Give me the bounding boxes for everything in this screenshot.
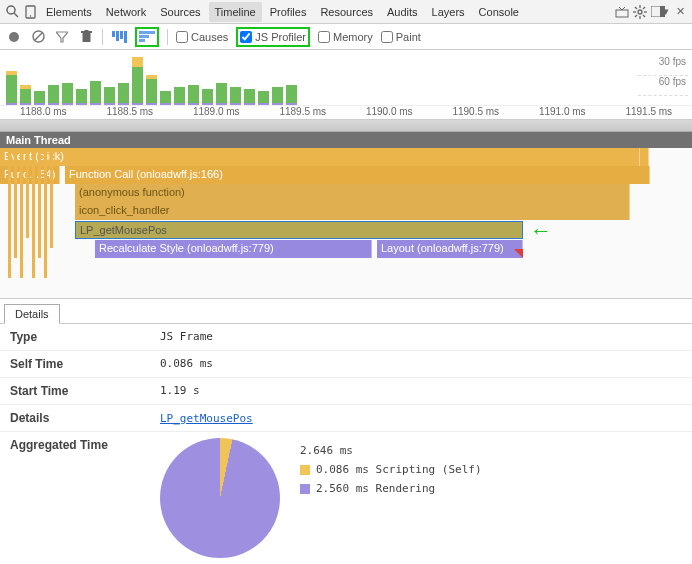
fps-30-label: 30 fps <box>638 56 688 76</box>
details-grid: Type JS Frame Self Time 0.086 ms Start T… <box>0 324 692 564</box>
close-icon[interactable]: ✕ <box>672 4 688 20</box>
svg-line-15 <box>635 15 637 17</box>
filter-icon[interactable] <box>54 29 70 45</box>
svg-rect-27 <box>139 39 145 42</box>
record-icon[interactable] <box>6 29 22 45</box>
type-value: JS Frame <box>150 324 692 351</box>
details-link[interactable]: LP_getMousePos <box>160 412 253 425</box>
memory-checkbox[interactable]: Memory <box>318 31 373 43</box>
clear-icon[interactable] <box>30 29 46 45</box>
tab-console[interactable]: Console <box>473 2 525 22</box>
dock-chevron-icon[interactable]: ▾ <box>662 4 670 20</box>
svg-point-0 <box>7 6 15 14</box>
details-label: Details <box>0 405 150 432</box>
flame-rows: Event (click) Func…54) Function Call (on… <box>0 148 692 298</box>
flame-event-click[interactable]: Event (click) <box>0 148 640 166</box>
js-profiler-highlight: JS Profiler <box>236 27 310 47</box>
aggregated-pie-chart <box>160 438 280 558</box>
view-flame-highlight <box>135 27 159 47</box>
aggregated-legend: 2.646 ms 0.086 ms Scripting (Self) 2.560… <box>300 438 482 501</box>
svg-rect-4 <box>616 10 628 17</box>
agg-total: 2.646 ms <box>300 444 353 457</box>
tab-layers[interactable]: Layers <box>426 2 471 22</box>
svg-line-14 <box>643 7 645 9</box>
view-flame-icon[interactable] <box>139 29 155 45</box>
self-time-label: Self Time <box>0 351 150 378</box>
fps-60-label: 60 fps <box>638 76 688 96</box>
svg-rect-25 <box>139 31 155 34</box>
paint-label: Paint <box>396 31 421 43</box>
svg-line-12 <box>635 7 637 9</box>
layout-warning-icon <box>514 249 523 258</box>
tab-profiles[interactable]: Profiles <box>264 2 313 22</box>
tab-elements[interactable]: Elements <box>40 2 98 22</box>
view-bars-icon[interactable] <box>111 29 127 45</box>
flame-recalculate-style[interactable]: Recalculate Style (onloadwff.js:779) <box>95 240 372 258</box>
drawer-icon[interactable] <box>614 4 630 20</box>
annotation-arrow-icon: ← <box>530 218 552 244</box>
svg-rect-22 <box>82 33 90 42</box>
search-icon[interactable] <box>4 4 20 20</box>
tab-timeline[interactable]: Timeline <box>209 2 262 22</box>
flame-layout[interactable]: Layout (onloadwff.js:779) <box>377 240 523 258</box>
svg-point-18 <box>9 32 19 42</box>
aggregated-time-row: 2.646 ms 0.086 ms Scripting (Self) 2.560… <box>150 432 692 564</box>
svg-line-13 <box>643 15 645 17</box>
timeline-toolbar: Causes JS Profiler Memory Paint <box>0 24 692 50</box>
devtools-tabbar: Elements Network Sources Timeline Profil… <box>0 0 692 24</box>
legend-swatch-rendering <box>300 484 310 494</box>
flame-lp-getmousepos[interactable]: LP_getMousePos <box>75 221 523 239</box>
causes-checkbox[interactable]: Causes <box>176 31 228 43</box>
svg-line-20 <box>34 33 42 41</box>
paint-checkbox[interactable]: Paint <box>381 31 421 43</box>
overview-time-axis: 1188.0 ms1188.5 ms1189.0 ms1189.5 ms1190… <box>0 105 692 119</box>
svg-line-1 <box>14 13 18 17</box>
causes-label: Causes <box>191 31 228 43</box>
start-time-value: 1.19 s <box>150 378 692 405</box>
flame-function-call[interactable]: Function Call (onloadwff.js:166) <box>65 166 650 184</box>
svg-point-7 <box>638 10 642 14</box>
flame-chart[interactable]: Main Thread Event (click) Func…54) Funct… <box>0 132 692 299</box>
tab-audits[interactable]: Audits <box>381 2 424 22</box>
js-profiler-label: JS Profiler <box>255 31 306 43</box>
thread-header: Main Thread <box>0 132 692 148</box>
fps-labels: 30 fps 60 fps <box>638 56 688 96</box>
details-tab[interactable]: Details <box>4 304 60 324</box>
device-icon[interactable] <box>22 4 38 20</box>
overview-chart[interactable]: 30 fps 60 fps 1188.0 ms1188.5 ms1189.0 m… <box>0 50 692 120</box>
flame-tail[interactable] <box>640 148 649 166</box>
start-time-label: Start Time <box>0 378 150 405</box>
self-time-value: 0.086 ms <box>150 351 692 378</box>
js-profiler-checkbox[interactable]: JS Profiler <box>240 31 306 43</box>
memory-label: Memory <box>333 31 373 43</box>
agg-scripting: 0.086 ms Scripting (Self) <box>316 463 482 476</box>
flame-side-strips <box>8 148 53 298</box>
svg-rect-24 <box>84 30 88 32</box>
aggregated-time-label: Aggregated Time <box>0 432 150 564</box>
svg-rect-26 <box>139 35 149 38</box>
tab-network[interactable]: Network <box>100 2 152 22</box>
svg-marker-21 <box>56 32 68 42</box>
settings-gear-icon[interactable] <box>632 4 648 20</box>
agg-rendering: 2.560 ms Rendering <box>316 482 435 495</box>
legend-swatch-scripting <box>300 465 310 475</box>
type-label: Type <box>0 324 150 351</box>
overview-scrubber[interactable] <box>0 120 692 132</box>
overview-bars <box>6 59 297 105</box>
flame-anonymous[interactable]: (anonymous function) <box>75 184 630 202</box>
details-tabbar: Details <box>0 299 692 324</box>
tab-resources[interactable]: Resources <box>314 2 379 22</box>
svg-point-3 <box>29 15 31 17</box>
garbage-icon[interactable] <box>78 29 94 45</box>
tab-sources[interactable]: Sources <box>154 2 206 22</box>
